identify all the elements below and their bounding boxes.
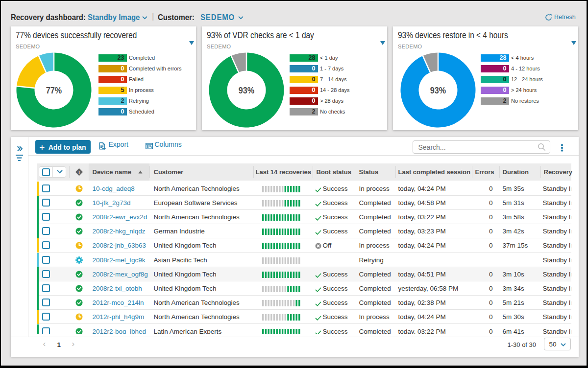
svg-text:!: ! (78, 169, 79, 175)
